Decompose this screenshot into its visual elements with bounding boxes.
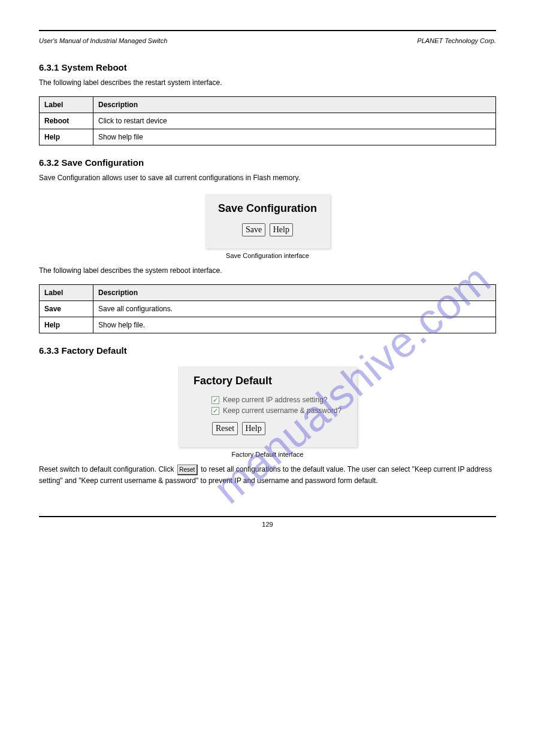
header-row: User's Manual of Industrial Managed Swit… <box>39 37 496 44</box>
reset-button[interactable]: Reset <box>212 422 238 435</box>
keep-user-label: Keep current username & password? <box>223 406 341 415</box>
cell-desc: Click to restart device <box>93 113 496 129</box>
header-rule <box>39 30 496 31</box>
table-header-row: Label Description <box>40 285 496 301</box>
keep-user-checkbox[interactable]: ✓ <box>211 407 219 415</box>
factory-default-caption: Factory Default interface <box>39 451 496 458</box>
save-config-buttons: Save Help <box>218 223 317 236</box>
inline-reset-button: Reset <box>177 464 198 475</box>
factory-default-panel-wrap: Factory Default ✓ Keep current IP addres… <box>39 366 496 458</box>
keep-ip-label: Keep current IP address setting? <box>223 396 328 404</box>
header-right: PLANET Technology Corp. <box>417 37 496 44</box>
table-row: Save Save all configurations. <box>40 301 496 317</box>
page-container: { "header": { "left": "User's Manual of … <box>0 0 535 564</box>
th-desc: Description <box>93 97 496 113</box>
section-632-intro: Save Configuration allows user to save a… <box>39 172 496 183</box>
section-632-title: 6.3.2 Save Configuration <box>39 157 496 168</box>
table-row: Reboot Click to restart device <box>40 113 496 129</box>
table-row: Help Show help file. <box>40 317 496 333</box>
save-button[interactable]: Save <box>242 223 265 236</box>
cell-desc: Save all configurations. <box>93 301 496 317</box>
section-633-body: Reset switch to default configuration. C… <box>39 464 496 486</box>
section-633-title: 6.3.3 Factory Default <box>39 345 496 356</box>
table-632: Label Description Save Save all configur… <box>39 284 496 333</box>
cell-label: Reboot <box>40 113 93 129</box>
cell-label: Help <box>40 129 93 145</box>
cell-label: Help <box>40 317 93 333</box>
keep-ip-checkbox[interactable]: ✓ <box>211 396 219 404</box>
th-desc: Description <box>93 285 496 301</box>
save-config-caption: Save Configuration interface <box>39 252 496 259</box>
header-left: User's Manual of Industrial Managed Swit… <box>39 37 167 44</box>
help-button[interactable]: Help <box>270 223 293 236</box>
footer-rule <box>39 516 496 517</box>
factory-default-title: Factory Default <box>194 375 341 387</box>
section-631-intro: The following label describes the restar… <box>39 77 496 88</box>
help-button[interactable]: Help <box>242 422 265 435</box>
cell-desc: Show help file. <box>93 317 496 333</box>
check-icon: ✓ <box>213 397 218 403</box>
check-icon: ✓ <box>213 408 218 414</box>
table-631: Label Description Reboot Click to restar… <box>39 96 496 145</box>
table-row: Help Show help file <box>40 129 496 145</box>
table-header-row: Label Description <box>40 97 496 113</box>
cell-label: Save <box>40 301 93 317</box>
keep-ip-row: ✓ Keep current IP address setting? <box>211 396 341 404</box>
body-before: Reset switch to default configuration. C… <box>39 465 176 473</box>
save-config-title: Save Configuration <box>218 202 317 215</box>
th-label: Label <box>40 285 93 301</box>
keep-user-row: ✓ Keep current username & password? <box>211 406 341 415</box>
cell-desc: Show help file <box>93 129 496 145</box>
page-number: 129 <box>39 521 496 528</box>
section-632-desc-intro: The following label describes the system… <box>39 265 496 276</box>
save-config-panel: Save Configuration Save Help <box>205 194 330 248</box>
section-631-title: 6.3.1 System Reboot <box>39 62 496 72</box>
th-label: Label <box>40 97 93 113</box>
save-config-panel-wrap: Save Configuration Save Help Save Config… <box>39 194 496 259</box>
factory-default-panel: Factory Default ✓ Keep current IP addres… <box>178 366 357 447</box>
